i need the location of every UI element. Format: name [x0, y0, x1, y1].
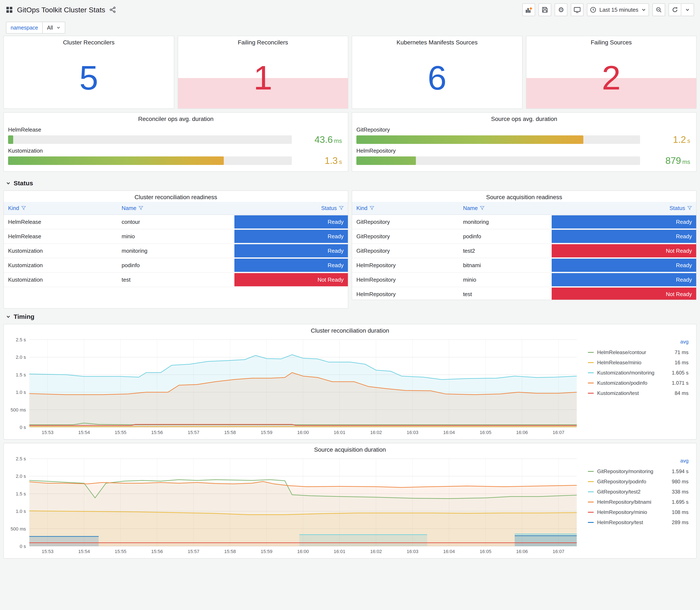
- stat-value: 1: [254, 61, 273, 95]
- legend-series-avg: 1.594 s: [672, 468, 688, 475]
- section-label: Timing: [14, 313, 34, 320]
- legend-series-name: GitRepository/podinfo: [597, 479, 646, 485]
- svg-text:0 s: 0 s: [20, 425, 26, 430]
- time-range-label: Last 15 minutes: [599, 6, 638, 13]
- svg-text:15:53: 15:53: [42, 430, 53, 435]
- gauge-label: HelmRepository: [356, 147, 692, 154]
- filter-icon: [480, 206, 485, 210]
- save-dashboard-icon[interactable]: [538, 3, 551, 16]
- refresh-button[interactable]: [669, 3, 681, 16]
- svg-text:15:56: 15:56: [151, 549, 163, 554]
- gauge-row-kustomization: Kustomization 1.3s: [8, 147, 344, 166]
- legend-series-swatch: [588, 522, 594, 523]
- svg-text:16:02: 16:02: [370, 549, 382, 554]
- svg-text:500 ms: 500 ms: [11, 407, 26, 413]
- panel-title[interactable]: Failing Reconcilers: [178, 36, 348, 47]
- cell-status: Ready: [234, 244, 348, 258]
- namespace-variable-dropdown[interactable]: All: [43, 22, 65, 34]
- section-label: Status: [14, 180, 33, 187]
- settings-gear-icon[interactable]: ⚙: [555, 3, 567, 16]
- legend-item[interactable]: HelmRelease/contour71 ms: [588, 347, 688, 357]
- col-header-kind[interactable]: Kind: [352, 202, 459, 215]
- status-badge: Ready: [552, 230, 696, 243]
- add-panel-button[interactable]: [522, 3, 535, 16]
- cell-status: Ready: [552, 229, 696, 244]
- source-readiness-table: Kind Name Status GitRepositorymonitoring…: [352, 202, 696, 300]
- stat-panel-cluster-reconcilers: Cluster Reconcilers 5: [3, 36, 174, 109]
- cell-name: test: [117, 272, 234, 287]
- panel-title[interactable]: Cluster reconciliation duration: [4, 324, 696, 335]
- panel-title[interactable]: Source ops avg. duration: [352, 113, 696, 124]
- col-header-kind[interactable]: Kind: [4, 202, 117, 215]
- legend-item[interactable]: Kustomization/podinfo1.071 s: [588, 378, 688, 388]
- legend-series-avg: 16 ms: [675, 359, 688, 366]
- cell-kind: HelmRepository: [352, 287, 459, 300]
- panel-title[interactable]: Source acquisition readiness: [352, 191, 696, 202]
- legend-avg-header: avg: [588, 458, 688, 466]
- svg-text:15:57: 15:57: [188, 549, 199, 554]
- cell-name: test2: [459, 244, 552, 258]
- legend-item[interactable]: GitRepository/test2338 ms: [588, 487, 688, 497]
- namespace-variable-label: namespace: [6, 22, 43, 34]
- chart-legend: avgHelmRelease/contour71 msHelmRelease/m…: [580, 335, 694, 437]
- stat-panel-failing-sources: Failing Sources 2: [526, 36, 697, 109]
- table-row: KustomizationpodinfoReady: [4, 258, 348, 272]
- legend-series-swatch: [588, 352, 594, 353]
- col-header-status[interactable]: Status: [552, 202, 696, 215]
- gauge-track: [356, 135, 640, 144]
- legend-item[interactable]: HelmRepository/test289 ms: [588, 517, 688, 528]
- legend-item[interactable]: GitRepository/monitoring1.594 s: [588, 466, 688, 477]
- col-header-name[interactable]: Name: [459, 202, 552, 215]
- gauge-fill: [356, 157, 416, 165]
- stat-panel-failing-reconcilers: Failing Reconcilers 1: [178, 36, 348, 109]
- panel-title[interactable]: Source acquisition duration: [4, 443, 696, 454]
- zoom-out-button[interactable]: [652, 3, 665, 16]
- time-series-chart[interactable]: 0 s500 ms1.0 s1.5 s2.0 s2.5 s15:5315:541…: [6, 335, 580, 437]
- tv-mode-icon[interactable]: [571, 3, 584, 16]
- section-timing[interactable]: Timing: [3, 309, 697, 324]
- legend-item[interactable]: GitRepository/podinfo980 ms: [588, 477, 688, 487]
- refresh-interval-dropdown[interactable]: [681, 3, 694, 16]
- legend-series-swatch: [588, 492, 594, 492]
- panel-title[interactable]: Cluster reconciliation readiness: [4, 191, 348, 202]
- panel-title[interactable]: Reconciler ops avg. duration: [4, 113, 348, 124]
- panel-title[interactable]: Cluster Reconcilers: [4, 36, 174, 47]
- legend-series-swatch: [588, 362, 594, 363]
- status-badge: Ready: [234, 244, 348, 257]
- filter-icon: [687, 206, 692, 210]
- cell-status: Ready: [234, 258, 348, 272]
- gauge-track: [8, 135, 292, 144]
- panel-title[interactable]: Kubernetes Manifests Sources: [352, 36, 522, 47]
- table-row: GitRepositorymonitoringReady: [352, 215, 696, 229]
- svg-text:16:01: 16:01: [333, 430, 345, 435]
- status-badge: Ready: [552, 215, 696, 228]
- svg-text:15:54: 15:54: [78, 549, 90, 554]
- legend-item[interactable]: HelmRepository/minio108 ms: [588, 507, 688, 517]
- gauge-fill: [8, 157, 224, 165]
- table-row: HelmRepositorybitnamiReady: [352, 258, 696, 272]
- time-series-chart[interactable]: 0 s500 ms1.0 s1.5 s2.0 s2.5 s15:5315:541…: [6, 454, 580, 557]
- cell-status: Not Ready: [552, 287, 696, 300]
- dashboards-grid-icon[interactable]: [6, 6, 13, 13]
- status-badge: Not Ready: [552, 244, 696, 257]
- legend-item[interactable]: HelmRepository/bitnami1.695 s: [588, 497, 688, 507]
- svg-text:1.5 s: 1.5 s: [16, 491, 26, 497]
- legend-item[interactable]: HelmRelease/minio16 ms: [588, 357, 688, 368]
- col-header-status[interactable]: Status: [234, 202, 348, 215]
- col-header-name[interactable]: Name: [117, 202, 234, 215]
- time-range-picker[interactable]: Last 15 minutes: [587, 3, 649, 16]
- legend-series-avg: 1.605 s: [672, 370, 688, 376]
- share-icon[interactable]: [110, 6, 116, 13]
- svg-text:15:53: 15:53: [42, 549, 53, 554]
- status-badge: Not Ready: [234, 273, 348, 286]
- status-badge: Ready: [552, 259, 696, 272]
- legend-item[interactable]: Kustomization/test84 ms: [588, 388, 688, 398]
- source-acquisition-duration-panel: Source acquisition duration 0 s500 ms1.0…: [3, 443, 697, 559]
- panel-title[interactable]: Failing Sources: [526, 36, 696, 47]
- gauge-value: 1.3s: [292, 155, 344, 166]
- legend-item[interactable]: Kustomization/monitoring1.605 s: [588, 368, 688, 378]
- cell-kind: HelmRepository: [352, 272, 459, 287]
- cell-name: podinfo: [117, 258, 234, 272]
- section-status[interactable]: Status: [3, 176, 697, 190]
- table-row: HelmReleasecontourReady: [4, 215, 348, 229]
